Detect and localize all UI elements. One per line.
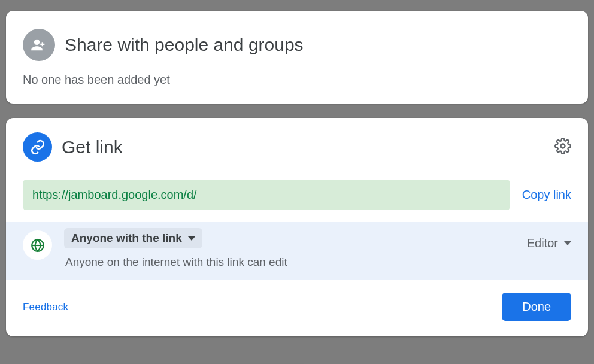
share-subtitle: No one has been added yet [23,73,571,87]
share-header: Share with people and groups [23,29,571,61]
role-dropdown-button[interactable]: Editor [527,236,571,250]
svg-point-1 [561,144,565,148]
url-row: https://jamboard.google.com/d/ Copy link [23,180,571,210]
person-add-icon [23,29,55,61]
scope-label: Anyone with the link [71,232,182,245]
globe-icon [23,230,52,260]
access-row: Anyone with the link Anyone on the inter… [6,222,588,280]
access-description: Anyone on the internet with this link ca… [64,256,527,269]
share-card: Share with people and groups No one has … [6,11,588,104]
footer-row: Feedback Done [23,293,571,321]
scope-dropdown-button[interactable]: Anyone with the link [64,228,202,248]
share-title: Share with people and groups [65,35,304,55]
settings-button[interactable] [554,138,571,157]
svg-point-0 [34,40,40,45]
done-button[interactable]: Done [502,293,571,321]
chevron-down-icon [564,241,571,245]
role-label: Editor [527,236,558,250]
get-link-title: Get link [62,137,554,157]
get-link-card: Get link https://jamboard.google.com/d/ … [6,118,588,336]
access-left: Anyone with the link Anyone on the inter… [64,228,527,269]
link-icon [23,132,52,162]
feedback-link[interactable]: Feedback [23,301,68,313]
share-url-field[interactable]: https://jamboard.google.com/d/ [23,180,510,210]
copy-link-button[interactable]: Copy link [522,188,571,202]
chevron-down-icon [188,236,195,241]
link-header: Get link [23,132,571,162]
